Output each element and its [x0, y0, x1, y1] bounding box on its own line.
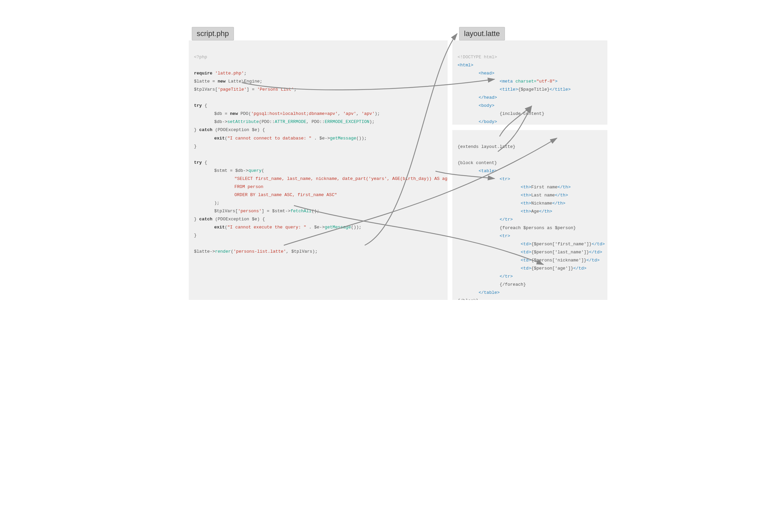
code-token: <td> — [521, 258, 531, 263]
code-token: exit — [214, 136, 225, 141]
code-token: </th> — [555, 193, 568, 198]
code-token: getMessage — [330, 136, 356, 141]
code-line: </table> — [479, 290, 500, 295]
code-token: ( — [225, 136, 228, 141]
code-token: $db = — [214, 111, 230, 116]
code-token: $tplVars[ — [194, 87, 218, 92]
code-token: {$pageTitle} — [518, 87, 550, 92]
code-token: Age — [531, 209, 539, 214]
code-token: FROM person — [235, 184, 264, 189]
code-token: Last name — [531, 193, 555, 198]
code-token: ; — [294, 87, 297, 92]
code-token: $latte-> — [194, 249, 215, 254]
code-token: (); — [311, 209, 319, 214]
code-token: . $e-> — [311, 136, 330, 141]
code-token: catch — [199, 217, 212, 222]
label-layout-latte: layout.latte — [459, 27, 505, 40]
code-token: ( — [225, 225, 228, 230]
code-layout-latte: <!DOCTYPE html> <html> <head> <meta char… — [452, 40, 607, 125]
code-line: <!DOCTYPE html> — [458, 55, 497, 60]
code-token: $stmt = $db-> — [214, 168, 248, 173]
code-token: } — [194, 217, 200, 222]
label-script-php: script.php — [192, 27, 234, 40]
code-token: new — [218, 79, 225, 84]
code-token: 'Persons List' — [257, 87, 294, 92]
code-token: 'persons' — [238, 209, 262, 214]
code-line: <?php — [194, 55, 207, 60]
code-token: ORDER BY last_name ASC, first_name ASC" — [235, 192, 337, 197]
code-token: } — [194, 144, 197, 149]
code-line: <head> — [479, 71, 494, 76]
code-token: Latte\Engine; — [225, 79, 262, 84]
code-token: {$person['age']} — [531, 266, 573, 271]
code-token: </th> — [558, 185, 571, 190]
code-line: <html> — [458, 63, 474, 68]
code-token: ); — [369, 119, 375, 124]
code-token: fetchAll — [291, 209, 311, 214]
code-token: 'persons-list.latte' — [234, 249, 286, 254]
code-token: catch — [199, 127, 212, 132]
code-token: try — [194, 160, 202, 165]
code-token: , $tplVars); — [286, 249, 318, 254]
code-token: 'pageTitle' — [218, 87, 247, 92]
code-token: ] = — [247, 87, 257, 92]
code-token: new — [230, 111, 238, 116]
code-line: <tr> — [500, 233, 510, 239]
code-line: {/block} — [458, 298, 479, 300]
code-token: <th> — [521, 185, 531, 190]
code-token: Nickname — [531, 201, 552, 206]
code-token: (PDOException $e) { — [212, 217, 265, 222]
code-token: <td> — [521, 250, 531, 255]
code-token: render — [215, 249, 231, 254]
code-line: <tr> — [500, 177, 510, 182]
code-token: { — [202, 103, 207, 108]
code-token: </td> — [573, 266, 586, 271]
code-script-php: <?php require 'latte.php'; $latte = new … — [189, 40, 448, 300]
code-token: <td> — [521, 242, 531, 247]
code-token: <th> — [521, 209, 531, 214]
code-token: </th> — [539, 209, 552, 214]
code-token: $tplVars[ — [214, 209, 238, 214]
code-line: <body> — [479, 103, 494, 108]
code-token: {$perons['nickname']} — [531, 258, 586, 263]
code-token: setAttribute — [228, 119, 259, 124]
code-token: } — [194, 233, 197, 238]
code-token: ERRMODE_EXCEPTION — [325, 119, 369, 124]
code-token: ATTR_ERRMODE — [275, 119, 306, 124]
code-token: PDO( — [238, 111, 251, 116]
code-token: "utf-8" — [537, 79, 555, 84]
code-token: . $e-> — [306, 225, 325, 230]
code-token: charset= — [513, 79, 536, 84]
code-token: > — [555, 79, 558, 84]
code-token: 'apv' — [361, 111, 374, 116]
code-token: ( — [262, 168, 264, 173]
code-token: , — [356, 111, 362, 116]
code-token: <title> — [500, 87, 518, 92]
code-line: </tr> — [500, 274, 513, 279]
code-token: "I cannot connect to database: " — [228, 136, 312, 141]
code-line: {block content} — [458, 160, 497, 165]
code-token: ] = $stmt-> — [262, 209, 291, 214]
code-token: </td> — [586, 258, 600, 263]
code-token: ); — [214, 200, 220, 206]
code-token: ( — [231, 249, 234, 254]
code-persons-list-latte: {extends layout.latte} {block content} <… — [452, 130, 607, 300]
code-token: 'apv' — [343, 111, 356, 116]
code-token: exit — [214, 225, 225, 230]
code-token: , — [338, 111, 343, 116]
code-token: } — [194, 127, 200, 132]
code-token: </td> — [592, 242, 605, 247]
code-token: <meta — [500, 79, 513, 84]
code-token: ); — [374, 111, 380, 116]
code-token: $latte = — [194, 79, 218, 84]
code-line: {foreach $persons as $person} — [500, 225, 576, 230]
code-line: {extends layout.latte} — [458, 144, 516, 149]
code-token: ()); — [356, 136, 367, 141]
code-token: </title> — [550, 87, 571, 92]
code-line: </body> — [479, 119, 497, 124]
code-token: </td> — [589, 250, 602, 255]
code-token: (PDOException $e) { — [212, 127, 265, 132]
code-token: getMessage — [325, 225, 351, 230]
code-token: ()); — [351, 225, 361, 230]
code-token: { — [202, 160, 207, 165]
